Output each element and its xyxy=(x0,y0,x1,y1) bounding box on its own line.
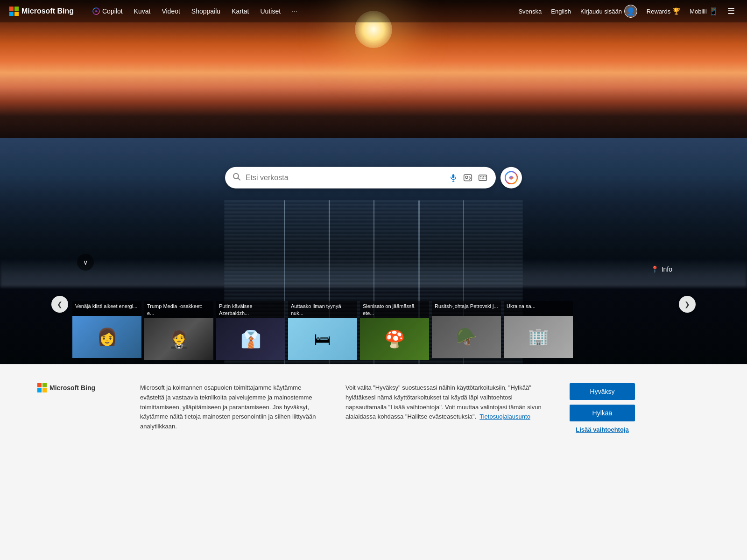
news-card-title: Putin käväisee Azerbaidzh... xyxy=(216,301,285,318)
news-card-image: 👩 xyxy=(72,316,141,358)
ms-logo-consent xyxy=(37,383,47,392)
privacy-link[interactable]: Tietosuojalausunto xyxy=(479,413,530,420)
search-icon xyxy=(233,172,241,183)
header-right: Svenska English Kirjaudu sisään 👤 Reward… xyxy=(515,3,738,20)
hero-section: ∨ 📍 Info ❮ ❯ Venäjä kiisti aikeet energi… xyxy=(0,0,747,364)
user-avatar-icon: 👤 xyxy=(624,5,637,18)
main-nav: Copilot Kuvat Videot Shoppailu Kartat Uu… xyxy=(88,5,515,18)
pin-icon: 📍 xyxy=(651,266,659,273)
svg-rect-13 xyxy=(480,178,481,179)
consent-buttons: Hyväksy Hylkää Lisää vaihtoehtoja xyxy=(570,383,635,433)
svg-rect-14 xyxy=(482,178,484,179)
accept-button[interactable]: Hyväksy xyxy=(570,383,635,400)
news-card[interactable]: Rusitsh-johtaja Petrovski j... 🪖 xyxy=(432,301,501,360)
mobile-icon: 📱 xyxy=(709,7,718,16)
copilot-icon xyxy=(92,7,100,15)
svg-point-7 xyxy=(465,176,468,178)
svg-rect-12 xyxy=(485,176,486,177)
svg-line-2 xyxy=(238,178,240,180)
nav-kartat[interactable]: Kartat xyxy=(227,5,254,18)
nav-more[interactable]: ··· xyxy=(287,5,302,18)
nav-videot[interactable]: Videot xyxy=(157,5,184,18)
copilot-search-button[interactable] xyxy=(500,167,522,189)
nav-uutiset[interactable]: Uutiset xyxy=(256,5,286,18)
header: Microsoft Bing Copilot xyxy=(0,0,747,22)
consent-text-2: Voit valita "Hyväksy" suostuessasi näihi… xyxy=(345,383,542,422)
reject-button[interactable]: Hylkää xyxy=(570,405,635,421)
nav-copilot[interactable]: Copilot xyxy=(88,5,127,18)
more-options-button[interactable]: Lisää vaihtoehtoja xyxy=(570,426,635,433)
news-card[interactable]: Auttaako ilman tyynyä nuk... 🛏 xyxy=(288,301,357,360)
nav-english[interactable]: English xyxy=(548,6,574,17)
news-card-image: 👔 xyxy=(216,318,285,360)
nav-copilot-label: Copilot xyxy=(102,7,123,15)
mobile-button[interactable]: Mobiili 📱 xyxy=(687,5,721,18)
news-card-image: 🤵 xyxy=(144,318,213,360)
nav-shoppailu[interactable]: Shoppailu xyxy=(187,5,225,18)
news-card[interactable]: Venäjä kiisti aikeet energi... 👩 xyxy=(72,301,141,360)
consent-banner: Microsoft Bing Microsoft ja kolmannen os… xyxy=(0,364,747,452)
svg-rect-10 xyxy=(482,176,483,177)
consent-logo-text: Microsoft Bing xyxy=(49,384,95,392)
svg-rect-9 xyxy=(480,176,481,177)
search-input[interactable] xyxy=(246,174,444,182)
search-container xyxy=(225,167,522,189)
consent-logo-area: Microsoft Bing xyxy=(37,383,112,392)
logo-text: Microsoft Bing xyxy=(21,7,74,15)
news-card-title: Ukraina sa... xyxy=(504,301,573,316)
chevron-left-icon: ❮ xyxy=(57,301,63,308)
news-card[interactable]: Sienisato on jäämässä ete... 🍄 xyxy=(360,301,429,360)
chevron-right-icon: ❯ xyxy=(684,301,690,308)
news-card-title: Trump Media -osakkeet: e... xyxy=(144,301,213,318)
news-card-image: 🪖 xyxy=(432,316,501,358)
news-card-title: Venäjä kiisti aikeet energi... xyxy=(72,301,141,316)
carousel-next-button[interactable]: ❯ xyxy=(679,296,696,313)
news-card-title: Sienisato on jäämässä ete... xyxy=(360,301,429,318)
sign-in-button[interactable]: Kirjaudu sisään 👤 xyxy=(578,3,640,20)
svg-rect-11 xyxy=(483,176,484,177)
news-card-title: Rusitsh-johtaja Petrovski j... xyxy=(432,301,501,316)
news-card[interactable]: Ukraina sa... 🏢 xyxy=(504,301,573,360)
news-card-image: 🍄 xyxy=(360,318,429,360)
rewards-button[interactable]: Rewards 🏆 xyxy=(644,6,683,17)
bing-logo[interactable]: Microsoft Bing xyxy=(9,7,74,16)
news-card[interactable]: Trump Media -osakkeet: e... 🤵 xyxy=(144,301,213,360)
news-card-image: 🛏 xyxy=(288,318,357,360)
mic-button[interactable] xyxy=(448,173,458,183)
scroll-down-button[interactable]: ∨ xyxy=(77,254,94,271)
carousel-prev-button[interactable]: ❮ xyxy=(51,296,68,313)
keyboard-button[interactable] xyxy=(477,172,488,183)
info-badge[interactable]: 📍 Info xyxy=(651,266,672,273)
visual-search-button[interactable] xyxy=(462,172,473,183)
consent-text-1: Microsoft ja kolmannen osapuolen toimitt… xyxy=(140,383,317,432)
hamburger-button[interactable]: ☰ xyxy=(725,4,738,18)
trophy-icon: 🏆 xyxy=(672,7,680,15)
news-card-image: 🏢 xyxy=(504,316,573,358)
news-card-title: Auttaako ilman tyynyä nuk... xyxy=(288,301,357,318)
nav-kuvat[interactable]: Kuvat xyxy=(129,5,155,18)
nav-svenska[interactable]: Svenska xyxy=(515,6,544,17)
consent-logo: Microsoft Bing xyxy=(37,383,112,392)
news-card[interactable]: Putin käväisee Azerbaidzh... 👔 xyxy=(216,301,285,360)
search-box xyxy=(225,167,496,189)
news-strip: Venäjä kiisti aikeet energi... 👩 Trump M… xyxy=(72,301,675,364)
microsoft-logo-icon xyxy=(9,7,19,16)
copilot-circle-icon xyxy=(505,171,518,184)
foam-area xyxy=(0,259,747,287)
svg-rect-15 xyxy=(485,178,486,179)
search-actions xyxy=(448,172,488,183)
chevron-down-icon: ∨ xyxy=(83,259,88,266)
svg-rect-3 xyxy=(452,174,455,178)
